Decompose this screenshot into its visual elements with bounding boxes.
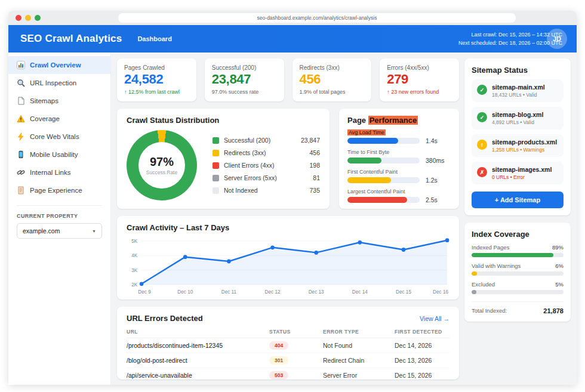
index-coverage-card: Index Coverage Indexed Pages89% Valid wi… bbox=[464, 223, 571, 322]
donut-legend: Successful (200)23,847 Redirects (3xx)45… bbox=[213, 137, 320, 194]
card-title: Page Performance bbox=[347, 116, 451, 125]
legend-swatch bbox=[213, 162, 219, 169]
main-content: Pages Crawled 24,582 ↑ 12.5% from last c… bbox=[111, 53, 577, 385]
zoom-window-button[interactable] bbox=[35, 15, 41, 21]
total-indexed-row: Total Indexed:21,878 bbox=[472, 301, 564, 314]
column-header-error-type: ERROR TYPE bbox=[323, 327, 395, 338]
lightning-icon bbox=[17, 132, 25, 141]
minimize-window-button[interactable] bbox=[25, 15, 31, 21]
sidebar-item-coverage[interactable]: Coverage bbox=[8, 110, 110, 128]
sidebar-item-internal-links[interactable]: Internal Links bbox=[8, 163, 110, 181]
sitemap-item[interactable]: ✗ sitemap-images.xml0 URLs • Error bbox=[472, 162, 564, 184]
column-header-first-detected: FIRST DETECTED bbox=[395, 327, 449, 338]
property-value: example.com bbox=[23, 227, 60, 234]
stat-value: 456 bbox=[300, 72, 365, 87]
property-selector[interactable]: example.com ▼ bbox=[17, 223, 102, 239]
sitemap-status-card: Sitemap Status ✓ sitemap-main.xml18,432 … bbox=[464, 58, 571, 215]
donut-center-label: Success Rate bbox=[146, 169, 177, 175]
coverage-bar bbox=[472, 290, 476, 294]
stat-sub: 1.9% of total pages bbox=[300, 89, 365, 95]
sidebar-item-label: Core Web Vitals bbox=[30, 133, 79, 140]
coverage-row-warnings: Valid with Warnings6% bbox=[472, 263, 564, 276]
close-window-button[interactable] bbox=[16, 15, 21, 21]
sitemap-item[interactable]: ! sitemap-products.xml1,258 URLs • Warni… bbox=[472, 134, 564, 157]
mobile-icon bbox=[17, 150, 25, 159]
table-row[interactable]: /api/service-unavailable 503 Server Erro… bbox=[127, 368, 449, 383]
sidebar-item-url-inspection[interactable]: URL Inspection bbox=[8, 74, 110, 92]
stat-sub: ↑ 23 new errors found bbox=[387, 89, 452, 95]
stat-value: 279 bbox=[387, 72, 452, 87]
legend-swatch bbox=[213, 137, 219, 144]
status-badge: 301 bbox=[269, 356, 288, 365]
app-header: SEO Crawl Analytics Dashboard Last crawl… bbox=[8, 25, 577, 53]
current-property-label: CURRENT PROPERTY bbox=[8, 213, 110, 223]
table-row[interactable]: /products/discontinued-item-12345 404 No… bbox=[127, 338, 449, 353]
stat-value: 24,582 bbox=[124, 72, 189, 87]
url-errors-table: URL STATUS ERROR TYPE FIRST DETECTED /pr… bbox=[127, 327, 449, 382]
svg-text:Dec 14: Dec 14 bbox=[352, 289, 368, 295]
sidebar-item-crawl-overview[interactable]: Crawl Overview bbox=[8, 56, 110, 74]
perf-metric-fcp: First Contentful Paint 1.2s bbox=[347, 169, 451, 184]
view-all-link[interactable]: View All → bbox=[420, 315, 449, 322]
crawl-activity-card: Crawl Activity – Last 7 Days 5K4K3K2KDec… bbox=[117, 216, 459, 300]
magnifier-icon bbox=[17, 79, 25, 87]
sidebar-item-label: URL Inspection bbox=[30, 79, 76, 87]
sitemap-item[interactable]: ✓ sitemap-blog.xml4,892 URLs • Valid bbox=[472, 107, 564, 129]
page-url: seo-dashboard.example.com/analytics/craw… bbox=[257, 15, 377, 21]
browser-window: seo-dashboard.example.com/analytics/craw… bbox=[8, 11, 577, 385]
coverage-row-indexed: Indexed Pages89% bbox=[472, 244, 564, 257]
svg-text:3K: 3K bbox=[131, 267, 137, 273]
legend-item: Successful (200)23,847 bbox=[213, 137, 320, 144]
sidebar-item-core-web-vitals[interactable]: Core Web Vitals bbox=[8, 128, 110, 146]
sidebar-item-sitemaps[interactable]: Sitemaps bbox=[8, 92, 110, 110]
document-icon bbox=[17, 97, 25, 105]
stat-card-pages-crawled: Pages Crawled 24,582 ↑ 12.5% from last c… bbox=[117, 58, 196, 101]
svg-text:Dec 16: Dec 16 bbox=[433, 289, 448, 295]
stat-label: Successful (200) bbox=[212, 64, 277, 71]
cross-icon: ✗ bbox=[477, 167, 487, 177]
card-title: Index Coverage bbox=[472, 230, 564, 239]
page-performance-card: Page Performance Avg Load Time 1.4s Time… bbox=[339, 109, 459, 209]
nav-dashboard[interactable]: Dashboard bbox=[137, 35, 171, 42]
coverage-row-excluded: Excluded5% bbox=[472, 281, 564, 294]
table-row[interactable]: /blog/old-post-redirect 301 Redirect Cha… bbox=[127, 353, 449, 368]
link-icon bbox=[17, 168, 25, 177]
sidebar-item-label: Mobile Usability bbox=[30, 151, 78, 158]
stat-card-errors: Errors (4xx/5xx) 279 ↑ 23 new errors fou… bbox=[380, 58, 459, 101]
sidebar-divider bbox=[17, 205, 102, 206]
stat-label: Pages Crawled bbox=[124, 64, 189, 71]
crawl-activity-line-chart: 5K4K3K2KDec 9Dec 10Dec 11Dec 12Dec 13Dec… bbox=[127, 234, 449, 298]
next-scheduled-text: Next scheduled: Dec 18, 2026 – 02:00 UTC bbox=[458, 39, 562, 47]
exclamation-icon: ! bbox=[477, 140, 487, 150]
perf-bar bbox=[347, 138, 398, 144]
legend-item: Redirects (3xx)456 bbox=[213, 149, 320, 156]
stat-card-redirects: Redirects (3xx) 456 1.9% of total pages bbox=[292, 58, 372, 101]
stat-label: Errors (4xx/5xx) bbox=[387, 64, 452, 71]
donut-center-value: 97% bbox=[150, 155, 174, 169]
stat-sub: 97.0% success rate bbox=[212, 89, 277, 95]
legend-item: Server Errors (5xx)81 bbox=[213, 174, 320, 181]
window-controls bbox=[16, 15, 41, 21]
svg-text:Dec 11: Dec 11 bbox=[221, 289, 237, 295]
perf-bar bbox=[347, 197, 407, 203]
add-sitemap-button[interactable]: + Add Sitemap bbox=[472, 192, 564, 208]
last-crawl-text: Last crawl: Dec 15, 2026 – 14:32 UTC bbox=[458, 30, 562, 39]
perf-bar bbox=[347, 177, 391, 183]
stat-label: Redirects (3xx) bbox=[300, 64, 365, 71]
app-title: SEO Crawl Analytics bbox=[20, 33, 122, 45]
sidebar-item-mobile-usability[interactable]: Mobile Usability bbox=[8, 146, 110, 163]
svg-text:5K: 5K bbox=[131, 238, 137, 244]
sidebar-item-page-experience[interactable]: Page Experience bbox=[8, 181, 110, 199]
address-bar[interactable]: seo-dashboard.example.com/analytics/craw… bbox=[118, 13, 516, 23]
perf-metric-ttfb: Time to First Byte 380ms bbox=[347, 149, 451, 164]
sitemap-item[interactable]: ✓ sitemap-main.xml18,432 URLs • Valid bbox=[472, 79, 564, 102]
status-donut-chart: 97% Success Rate bbox=[127, 130, 197, 200]
stat-card-successful: Successful (200) 23,847 97.0% success ra… bbox=[205, 58, 284, 101]
legend-swatch bbox=[213, 175, 219, 181]
svg-text:Dec 10: Dec 10 bbox=[177, 289, 193, 295]
sidebar-item-label: Crawl Overview bbox=[30, 61, 81, 69]
svg-text:Dec 12: Dec 12 bbox=[265, 289, 281, 295]
chevron-down-icon: ▼ bbox=[92, 229, 96, 233]
coverage-bar bbox=[472, 271, 477, 276]
check-icon: ✓ bbox=[477, 85, 487, 95]
